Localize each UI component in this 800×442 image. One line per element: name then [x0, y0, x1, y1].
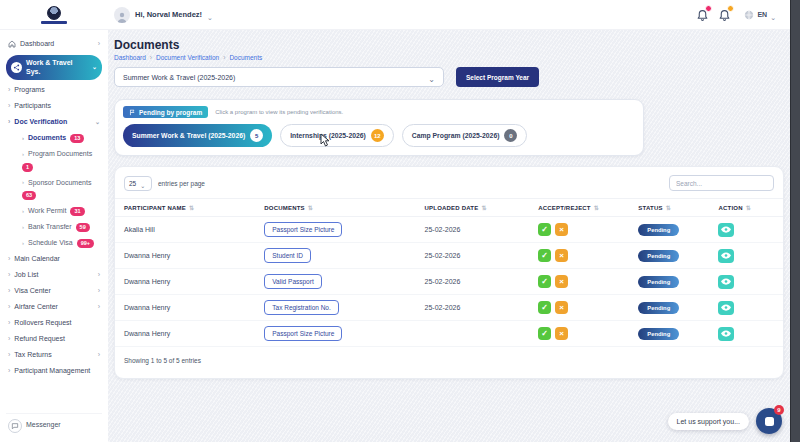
sort-icon[interactable]: [594, 204, 599, 211]
sort-icon[interactable]: [666, 204, 671, 211]
document-pill-button[interactable]: Tax Registration No.: [264, 300, 339, 315]
participant-name-cell: Dwanna Henry: [115, 269, 255, 295]
view-document-button[interactable]: [718, 223, 734, 237]
document-cell: Passport Size Picture: [255, 217, 415, 243]
pending-count-badge: 5: [250, 129, 263, 142]
sidebar-item-work-travel-system[interactable]: Work & Travel Sys.: [6, 55, 102, 81]
count-badge: 59: [76, 223, 90, 232]
breadcrumb: Dashboard Document Verification Document…: [114, 54, 784, 61]
user-menu[interactable]: Hi, Norval Mendez!: [114, 6, 213, 24]
sort-icon[interactable]: [308, 204, 313, 211]
chat-unread-badge: 9: [774, 405, 784, 415]
pending-hint-text: Click a program to view its pending veri…: [215, 109, 343, 115]
accept-button[interactable]: ✓: [538, 275, 551, 288]
reject-button[interactable]: ×: [555, 327, 568, 340]
chevron-down-icon: [95, 119, 100, 127]
caret-icon: [22, 224, 24, 232]
sidebar-item-participants[interactable]: Participants: [6, 100, 102, 113]
sidebar-item-tax-returns[interactable]: Tax Returns: [6, 349, 102, 362]
eye-icon: [721, 252, 731, 259]
support-widget: Let us support you... 9: [668, 408, 782, 434]
sidebar-item-documents[interactable]: Documents 13: [6, 132, 102, 145]
status-badge: Pending: [638, 276, 679, 288]
view-document-button[interactable]: [718, 301, 734, 315]
count-badge: 31: [70, 207, 84, 216]
program-year-select[interactable]: Summer Work & Travel (2025-2026): [114, 67, 444, 87]
reject-button[interactable]: ×: [555, 223, 568, 236]
view-document-button[interactable]: [718, 249, 734, 263]
select-program-year-button[interactable]: Select Program Year: [456, 67, 539, 87]
sidebar-item-bank-transfer[interactable]: Bank Transfer 59: [6, 221, 102, 234]
app-logo[interactable]: [0, 6, 108, 24]
sidebar-item-visa-center[interactable]: Visa Center: [6, 285, 102, 298]
chevron-right-icon: [98, 287, 100, 296]
action-cell: [709, 321, 783, 347]
program-tab-summer-work-travel[interactable]: Summer Work & Travel (2025-2026) 5: [123, 124, 272, 147]
language-selector[interactable]: EN: [740, 4, 780, 26]
sort-icon[interactable]: [189, 204, 194, 211]
accept-reject-cell: ✓ ×: [529, 269, 629, 295]
document-pill-button[interactable]: Student ID: [264, 248, 311, 263]
window-scrollbar[interactable]: [790, 0, 800, 442]
reject-button[interactable]: ×: [555, 301, 568, 314]
program-tab-camp-program[interactable]: Camp Program (2025-2026) 0: [402, 124, 528, 147]
accept-button[interactable]: ✓: [538, 301, 551, 314]
breadcrumb-dashboard[interactable]: Dashboard: [114, 54, 146, 61]
sidebar-item-messenger[interactable]: Messenger: [6, 413, 102, 435]
uploaded-date-cell: 25-02-2026: [416, 217, 530, 243]
language-label: EN: [757, 11, 767, 18]
table-header-row: PARTICIPANT NAME DOCUMENTS UPLOADED DATE…: [115, 199, 783, 217]
reject-button[interactable]: ×: [555, 249, 568, 262]
alerts-bell-icon[interactable]: [718, 8, 731, 21]
sort-icon[interactable]: [481, 204, 486, 211]
accept-button[interactable]: ✓: [538, 223, 551, 236]
sidebar-item-refund-request[interactable]: Refund Request: [6, 333, 102, 346]
accept-reject-cell: ✓ ×: [529, 321, 629, 347]
sidebar-item-work-permit[interactable]: Work Permit 31: [6, 205, 102, 218]
sidebar-item-job-list[interactable]: Job List: [6, 269, 102, 282]
sidebar: Dashboard Work & Travel Sys. Programs Pa…: [0, 30, 108, 442]
sidebar-item-doc-verification[interactable]: Doc Verification: [6, 116, 102, 129]
sidebar-item-participant-management[interactable]: Participant Management: [6, 365, 102, 378]
avatar: [114, 7, 130, 23]
sidebar-item-airfare-center[interactable]: Airfare Center: [6, 301, 102, 314]
status-badge: Pending: [638, 302, 679, 314]
count-badge: 13: [70, 134, 84, 143]
sidebar-item-sponsor-documents[interactable]: Sponsor Documents 63: [6, 177, 102, 202]
chat-launcher-button[interactable]: 9: [756, 408, 782, 434]
entries-per-page-select[interactable]: 25: [124, 176, 152, 191]
status-cell: Pending: [629, 269, 709, 295]
document-pill-button[interactable]: Passport Size Picture: [264, 222, 342, 237]
sidebar-item-rollovers-request[interactable]: Rollovers Request: [6, 317, 102, 330]
participant-name-cell: Dwanna Henry: [115, 295, 255, 321]
document-pill-button[interactable]: Passport Size Picture: [264, 326, 342, 341]
uploaded-date-cell: 25-02-2026: [416, 243, 530, 269]
sort-icon[interactable]: [746, 204, 751, 211]
caret-icon: [8, 86, 10, 95]
program-tab-internships[interactable]: Internships (2025-2026) 12: [280, 124, 394, 147]
sidebar-item-dashboard[interactable]: Dashboard: [6, 38, 102, 51]
caret-icon: [8, 271, 10, 280]
pending-count-badge: 12: [371, 129, 384, 142]
breadcrumb-doc-verification[interactable]: Document Verification: [156, 54, 219, 61]
status-cell: Pending: [629, 321, 709, 347]
document-pill-button[interactable]: Valid Passport: [264, 274, 321, 289]
accept-button[interactable]: ✓: [538, 327, 551, 340]
sidebar-item-programs[interactable]: Programs: [6, 84, 102, 97]
view-document-button[interactable]: [718, 327, 734, 341]
uploaded-date-cell: 25-02-2026: [416, 295, 530, 321]
reject-button[interactable]: ×: [555, 275, 568, 288]
support-message-bubble[interactable]: Let us support you...: [668, 413, 749, 430]
accept-reject-cell: ✓ ×: [529, 243, 629, 269]
accept-button[interactable]: ✓: [538, 249, 551, 262]
notifications-bell-icon[interactable]: [696, 8, 709, 21]
sidebar-item-main-calendar[interactable]: Main Calendar: [6, 253, 102, 266]
search-input[interactable]: [669, 175, 774, 191]
table-row: Dwanna Henry Tax Registration No. 25-02-…: [115, 295, 783, 321]
sidebar-item-program-documents[interactable]: Program Documents 1: [6, 148, 102, 173]
pending-by-program-badge: Pending by program: [123, 106, 208, 118]
table-row: Dwanna Henry Valid Passport 25-02-2026 ✓…: [115, 269, 783, 295]
sidebar-item-schedule-visa[interactable]: Schedule Visa 99+: [6, 237, 102, 250]
uploaded-date-cell: [416, 321, 530, 347]
view-document-button[interactable]: [718, 275, 734, 289]
